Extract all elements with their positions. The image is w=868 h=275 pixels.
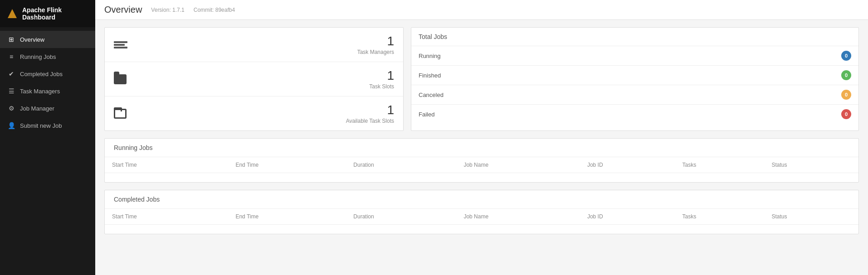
sidebar-item-job-manager[interactable]: ⚙ Job Manager (0, 100, 95, 117)
sidebar-item-label: Submit new Job (20, 122, 62, 129)
stats-row: 1 Task Managers 1 Task Slots (104, 27, 859, 131)
col-job-name: Job Name (456, 157, 580, 173)
col-job-id: Job ID (580, 157, 675, 173)
col-job-name-c: Job Name (456, 209, 580, 225)
sidebar-header: Apache Flink Dashboard (0, 0, 95, 27)
sidebar-item-submit-new-job[interactable]: 👤 Submit new Job (0, 117, 95, 134)
finished-badge: 0 (841, 70, 851, 80)
total-jobs-card: Total Jobs Running 0 Finished 0 Canceled… (411, 27, 859, 131)
task-managers-number: 1 (137, 34, 394, 48)
running-stat-row: Running 0 (411, 46, 858, 66)
task-slots-label: Task Slots (369, 83, 394, 90)
failed-label: Failed (419, 111, 434, 118)
completed-jobs-header: Completed Jobs (105, 190, 858, 209)
running-jobs-header: Running Jobs (105, 139, 858, 157)
col-duration: Duration (346, 157, 456, 173)
task-managers-value-area: 1 Task Managers (137, 34, 394, 55)
content-area: 1 Task Managers 1 Task Slots (95, 20, 868, 275)
failed-stat-row: Failed 0 (411, 105, 858, 124)
sidebar-item-label: Running Jobs (20, 53, 56, 60)
sidebar-item-overview[interactable]: ⊞ Overview (0, 31, 95, 48)
sidebar: Apache Flink Dashboard ⊞ Overview ≡ Runn… (0, 0, 95, 275)
available-slots-label: Available Task Slots (346, 118, 394, 124)
running-label: Running (419, 53, 440, 59)
running-jobs-empty-row (105, 173, 858, 183)
version-label: Version: 1.7.1 (151, 7, 184, 13)
col-start-time: Start Time (105, 157, 228, 173)
page-title: Overview (104, 5, 142, 15)
task-slots-number: 1 (137, 68, 394, 83)
svg-marker-0 (8, 9, 17, 18)
col-tasks-c: Tasks (675, 209, 764, 225)
sidebar-item-label: Job Manager (20, 105, 54, 112)
canceled-stat-row: Canceled 0 (411, 85, 858, 105)
topbar: Overview Version: 1.7.1 Commit: 89eafb4 (95, 0, 868, 20)
sidebar-nav: ⊞ Overview ≡ Running Jobs ✔ Completed Jo… (0, 27, 95, 134)
canceled-label: Canceled (419, 92, 444, 98)
col-start-time-c: Start Time (105, 209, 228, 225)
main-area: Overview Version: 1.7.1 Commit: 89eafb4 (95, 0, 868, 275)
failed-badge: 0 (841, 109, 851, 119)
finished-stat-row: Finished 0 (411, 66, 858, 85)
completed-jobs-table: Start Time End Time Duration Job Name Jo… (105, 209, 858, 234)
sidebar-item-running-jobs[interactable]: ≡ Running Jobs (0, 48, 95, 65)
available-slots-number: 1 (137, 103, 394, 117)
available-slots-value-area: 1 Available Task Slots (137, 103, 394, 124)
available-task-slots-stat: 1 Available Task Slots (105, 96, 403, 130)
total-jobs-header: Total Jobs (411, 28, 858, 46)
task-slots-stat: 1 Task Slots (105, 62, 403, 96)
job-manager-icon: ⚙ (7, 105, 15, 112)
commit-label: Commit: 89eafb4 (194, 7, 235, 13)
completed-jobs-empty-row (105, 225, 858, 234)
col-end-time: End Time (228, 157, 346, 173)
col-tasks: Tasks (675, 157, 764, 173)
finished-label: Finished (419, 72, 441, 79)
task-managers-stat: 1 Task Managers (105, 28, 403, 62)
task-slots-stat-icon (114, 74, 137, 84)
col-end-time-c: End Time (228, 209, 346, 225)
stats-cards-left: 1 Task Managers 1 Task Slots (104, 27, 404, 131)
completed-jobs-table-header-row: Start Time End Time Duration Job Name Jo… (105, 209, 858, 225)
canceled-badge: 0 (841, 90, 851, 100)
available-slots-stat-icon (114, 109, 137, 119)
running-jobs-icon: ≡ (7, 53, 15, 60)
running-jobs-section: Running Jobs Start Time End Time Duratio… (104, 138, 859, 183)
sidebar-item-task-managers[interactable]: ☰ Task Managers (0, 82, 95, 100)
sidebar-item-label: Completed Jobs (20, 71, 63, 77)
overview-icon: ⊞ (7, 36, 15, 43)
submit-job-icon: 👤 (7, 122, 15, 129)
task-managers-label: Task Managers (357, 49, 394, 55)
completed-jobs-icon: ✔ (7, 70, 15, 77)
task-managers-stat-icon (114, 41, 137, 48)
sidebar-brand: Apache Flink Dashboard (22, 6, 88, 21)
sidebar-item-label: Overview (20, 36, 44, 43)
completed-jobs-section: Completed Jobs Start Time End Time Durat… (104, 190, 859, 234)
task-managers-icon: ☰ (7, 87, 15, 95)
running-jobs-table-header-row: Start Time End Time Duration Job Name Jo… (105, 157, 858, 173)
col-job-id-c: Job ID (580, 209, 675, 225)
task-slots-value-area: 1 Task Slots (137, 68, 394, 90)
running-jobs-table: Start Time End Time Duration Job Name Jo… (105, 157, 858, 182)
running-badge: 0 (841, 51, 851, 61)
col-duration-c: Duration (346, 209, 456, 225)
sidebar-item-completed-jobs[interactable]: ✔ Completed Jobs (0, 65, 95, 82)
sidebar-item-label: Task Managers (20, 88, 60, 95)
sidebar-logo (7, 8, 18, 19)
col-status: Status (764, 157, 858, 173)
col-status-c: Status (764, 209, 858, 225)
